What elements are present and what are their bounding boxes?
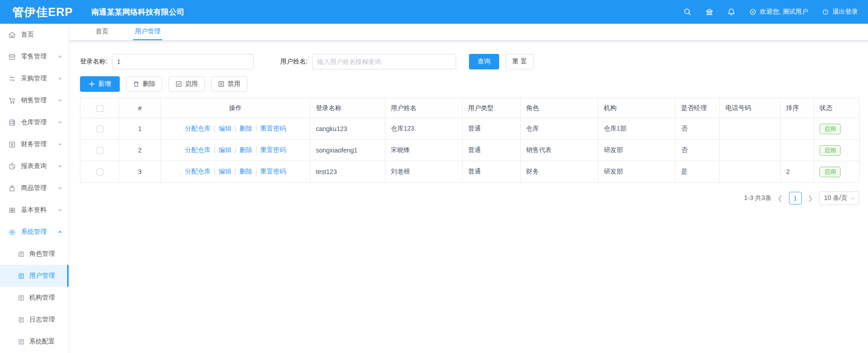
col-index: #: [119, 98, 161, 118]
add-button[interactable]: 新增: [80, 76, 120, 92]
cell-role: 财务: [521, 161, 598, 183]
cell-name: 刘老根: [385, 161, 463, 183]
row-checkbox[interactable]: [96, 147, 103, 154]
status-badge: 启用: [820, 167, 841, 177]
current-page-button[interactable]: 1: [789, 192, 802, 205]
reset-password-link[interactable]: 重置密码: [260, 168, 286, 175]
page-size-select[interactable]: 10 条/页: [819, 191, 859, 205]
reset-password-link[interactable]: 重置密码: [260, 125, 286, 132]
sidebar-item-label: 报表查询: [21, 162, 47, 170]
select-all-checkbox[interactable]: [96, 105, 103, 112]
cell-org: 研发部: [598, 161, 676, 183]
enable-label: 启用: [185, 80, 198, 88]
sidebar-item-user-mgmt[interactable]: 用户管理: [0, 265, 69, 287]
sidebar-item-retail[interactable]: 零售管理: [0, 46, 69, 68]
tab-bar: 首页 用户管理: [69, 24, 868, 41]
row-checkbox[interactable]: [96, 126, 103, 132]
prev-page-arrow[interactable]: ❮: [777, 195, 783, 202]
app-root: 管伊佳ERP 南通某某网络科技有限公司 欢迎您, 测试用户: [0, 0, 868, 353]
search-icon[interactable]: [683, 8, 692, 16]
status-badge: 启用: [820, 124, 841, 134]
delete-button[interactable]: 删除: [126, 76, 162, 92]
row-index: 1: [119, 118, 161, 140]
sidebar-item-sales[interactable]: 销售管理: [0, 90, 69, 111]
sidebar-item-basic-data[interactable]: 基本资料: [0, 199, 69, 221]
sidebar-item-finance[interactable]: 财务管理: [0, 133, 69, 155]
cell-phone: [720, 118, 781, 140]
welcome-text: 欢迎您, 测试用户: [760, 8, 808, 16]
col-status: 状态: [814, 98, 860, 118]
row-checkbox[interactable]: [96, 169, 103, 175]
table-row: 3 分配仓库|编辑|删除|重置密码 test123 刘老根 普通 财务 研发部 …: [80, 161, 860, 183]
next-page-arrow[interactable]: ❯: [807, 195, 814, 202]
assign-warehouse-link[interactable]: 分配仓库: [185, 125, 211, 132]
delete-link[interactable]: 删除: [240, 125, 252, 132]
cell-phone: [720, 161, 781, 183]
user-name-input[interactable]: [312, 54, 456, 69]
sales-cart-icon: [8, 97, 16, 105]
table-header-row: # 操作 登录名称 用户姓名 用户类型 角色 机构 是否经理 电话号码 排序 状…: [80, 98, 860, 118]
edit-link[interactable]: 编辑: [218, 146, 231, 153]
sidebar-item-org-mgmt[interactable]: 机构管理: [0, 287, 69, 309]
sidebar-item-log-mgmt[interactable]: 日志管理: [0, 309, 69, 331]
delete-link[interactable]: 删除: [240, 146, 252, 153]
add-label: 新增: [98, 80, 111, 88]
edit-link[interactable]: 编辑: [218, 125, 231, 132]
chevron-up-icon: [57, 229, 63, 235]
disable-button[interactable]: 禁用: [211, 76, 247, 92]
home-icon: [8, 31, 16, 39]
cell-sort: [781, 140, 814, 161]
user-circle-chevron-icon: [749, 8, 756, 16]
sidebar-item-reports[interactable]: 报表查询: [0, 155, 69, 177]
bell-icon[interactable]: [727, 8, 735, 16]
sidebar-item-system-config[interactable]: 系统配置: [0, 331, 69, 353]
chevron-down-icon: [57, 98, 63, 103]
document-icon: [18, 338, 25, 345]
sidebar-item-home[interactable]: 首页: [0, 24, 69, 46]
tab-home[interactable]: 首页: [94, 24, 110, 40]
sidebar-item-system[interactable]: 系统管理: [0, 221, 69, 243]
bank-icon[interactable]: [705, 8, 714, 16]
disable-label: 禁用: [228, 80, 240, 88]
chevron-down-icon: [57, 185, 63, 191]
pagination-total: 1-3 共3条: [744, 194, 772, 202]
user-name-label: 用户姓名:: [280, 58, 308, 66]
sidebar-item-goods[interactable]: 商品管理: [0, 177, 69, 199]
logout-button[interactable]: 退出登录: [822, 8, 858, 16]
sidebar-item-label: 首页: [21, 31, 34, 39]
sidebar-item-warehouse[interactable]: 仓库管理: [0, 111, 69, 133]
sidebar-item-label: 零售管理: [21, 53, 47, 61]
sidebar-item-label: 基本资料: [21, 206, 47, 214]
top-header-bar: 管伊佳ERP 南通某某网络科技有限公司 欢迎您, 测试用户: [0, 0, 868, 24]
cell-manager: 否: [676, 118, 720, 140]
search-button[interactable]: 查询: [469, 54, 499, 69]
sidebar-item-purchase[interactable]: 采购管理: [0, 68, 69, 90]
delete-link[interactable]: 删除: [240, 168, 252, 175]
edit-link[interactable]: 编辑: [218, 168, 231, 175]
sidebar-item-role-mgmt[interactable]: 角色管理: [0, 243, 69, 265]
login-name-input[interactable]: [112, 54, 254, 69]
row-ops: 分配仓库|编辑|删除|重置密码: [161, 161, 310, 183]
col-manager: 是否经理: [676, 98, 720, 118]
tab-user-mgmt[interactable]: 用户管理: [133, 24, 162, 40]
user-mgmt-panel: 登录名称: 用户姓名: 查询 重 置 新增: [69, 43, 868, 353]
company-name: 南通某某网络科技有限公司: [91, 7, 184, 17]
assign-warehouse-link[interactable]: 分配仓库: [185, 168, 211, 175]
header-actions: 欢迎您, 测试用户 退出登录: [683, 8, 868, 16]
col-sort: 排序: [781, 98, 814, 118]
sidebar-item-label: 仓库管理: [21, 118, 47, 126]
user-welcome[interactable]: 欢迎您, 测试用户: [749, 8, 808, 16]
chevron-down-icon: [57, 120, 63, 125]
cell-type: 普通: [463, 118, 521, 140]
assign-warehouse-link[interactable]: 分配仓库: [185, 146, 211, 153]
reset-password-link[interactable]: 重置密码: [260, 146, 286, 153]
cell-phone: [720, 140, 781, 161]
chevron-down-icon: [57, 54, 63, 59]
cell-role: 仓库: [521, 118, 598, 140]
reset-button[interactable]: 重 置: [506, 54, 534, 69]
trash-icon: [133, 81, 139, 87]
cell-manager: 否: [676, 140, 720, 161]
enable-button[interactable]: 启用: [169, 76, 205, 92]
pagination: 1-3 共3条 ❮ 1 ❯ 10 条/页: [80, 191, 859, 205]
purchase-icon: [8, 75, 16, 83]
